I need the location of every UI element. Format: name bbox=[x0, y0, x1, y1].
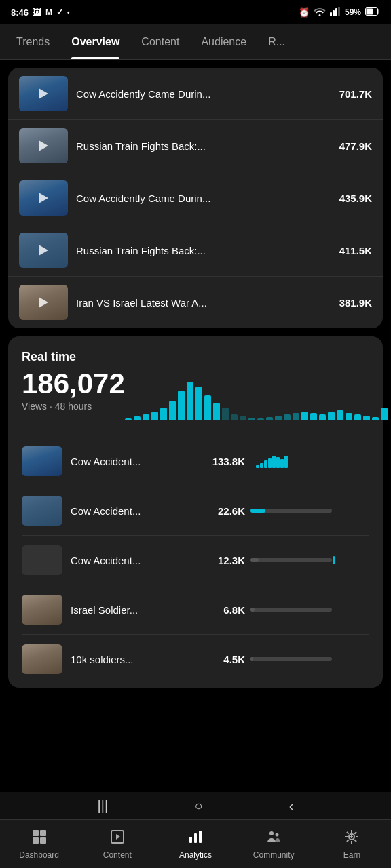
battery-text: 59% bbox=[345, 7, 361, 17]
analytics-icon bbox=[187, 829, 204, 848]
gesture-back-icon: ‹ bbox=[289, 798, 294, 814]
rt-info-5: 10k soldiers... bbox=[62, 654, 198, 665]
svg-rect-8 bbox=[40, 830, 46, 836]
community-icon bbox=[265, 829, 282, 848]
nav-item-content[interactable]: Content bbox=[78, 820, 156, 868]
video-item-3[interactable]: Cow Accidently Came Durin... 435.9K bbox=[8, 172, 383, 224]
rt-bar-track-4 bbox=[250, 608, 332, 612]
nav-item-dashboard[interactable]: Dashboard bbox=[0, 820, 78, 868]
rt-item-1[interactable]: Cow Accident... 133.8K bbox=[22, 437, 369, 486]
chart-bar-26 bbox=[354, 414, 361, 420]
chart-bar-1 bbox=[134, 416, 141, 420]
rt-title-4: Israel Soldier... bbox=[71, 604, 189, 616]
rt-item-5[interactable]: 10k soldiers... 4.5K bbox=[22, 635, 369, 688]
rt-info-4: Israel Soldier... bbox=[62, 604, 198, 616]
svg-rect-5 bbox=[378, 9, 379, 14]
chart-bar-20 bbox=[301, 412, 308, 420]
svg-rect-3 bbox=[338, 7, 340, 16]
video-info-2: Russian Train Fights Back:... bbox=[68, 140, 339, 152]
video-title-2: Russian Train Fights Back:... bbox=[76, 140, 331, 152]
mini-bar-6 bbox=[280, 459, 284, 469]
chart-bar-21 bbox=[310, 413, 317, 420]
video-item-1[interactable]: Cow Accidently Came Durin... 701.7K bbox=[8, 68, 383, 120]
video-thumb-3 bbox=[19, 180, 68, 216]
realtime-header: Real time 186,072 Views · 48 hours bbox=[22, 350, 369, 420]
rt-info-3: Cow Accident... bbox=[62, 555, 198, 566]
rt-thumb-4 bbox=[22, 595, 62, 625]
video-thumb-4 bbox=[19, 233, 68, 268]
video-thumb-1 bbox=[19, 76, 68, 111]
video-views-5: 381.9K bbox=[339, 297, 372, 309]
svg-rect-10 bbox=[40, 837, 46, 844]
dot-icon: • bbox=[67, 9, 70, 16]
mini-bar-4 bbox=[272, 456, 276, 468]
rt-bar-fill-4 bbox=[250, 608, 255, 612]
nav-item-earn[interactable]: Earn bbox=[313, 820, 391, 868]
play-icon-1 bbox=[39, 88, 48, 99]
top-nav: Trends Overview Content Audience R... bbox=[0, 24, 391, 60]
video-info-4: Russian Train Fights Back:... bbox=[68, 245, 339, 256]
video-thumb-2 bbox=[19, 128, 68, 163]
chart-bar-4 bbox=[160, 408, 167, 420]
rt-thumb-3 bbox=[22, 545, 62, 575]
rt-views-5: 4.5K bbox=[198, 654, 245, 665]
video-title-5: Iran VS Israel Latest War A... bbox=[76, 297, 331, 309]
signal-icon bbox=[330, 7, 341, 18]
chart-bar-12 bbox=[231, 414, 238, 420]
nav-item-community[interactable]: Community bbox=[235, 820, 313, 868]
rt-item-4[interactable]: Israel Soldier... 6.8K bbox=[22, 585, 369, 635]
rt-title-2: Cow Accident... bbox=[71, 505, 189, 517]
earn-icon bbox=[343, 829, 360, 848]
play-icon-3 bbox=[39, 193, 48, 203]
rt-item-2[interactable]: Cow Accident... 22.6K bbox=[22, 486, 369, 536]
chart-bar-5 bbox=[169, 401, 176, 420]
rt-item-3[interactable]: Cow Accident... 12.3K bbox=[22, 536, 369, 585]
rt-bar-5 bbox=[245, 657, 369, 661]
realtime-title: Real time bbox=[22, 350, 125, 364]
video-title-4: Russian Train Fights Back:... bbox=[76, 245, 331, 256]
video-views-2: 477.9K bbox=[339, 140, 372, 152]
svg-rect-7 bbox=[33, 830, 39, 836]
video-item-4[interactable]: Russian Train Fights Back:... 411.5K bbox=[8, 224, 383, 277]
main-content: Cow Accidently Came Durin... 701.7K Russ… bbox=[0, 68, 391, 777]
nav-item-analytics[interactable]: Analytics bbox=[156, 820, 234, 868]
chart-bar-23 bbox=[328, 412, 335, 420]
svg-rect-13 bbox=[189, 837, 192, 843]
rt-title-1: Cow Accident... bbox=[71, 456, 189, 467]
battery-icon bbox=[365, 7, 380, 18]
dashboard-icon bbox=[31, 829, 48, 848]
tab-trends[interactable]: Trends bbox=[5, 25, 60, 59]
chart-bar-24 bbox=[337, 410, 343, 420]
tab-revenue[interactable]: R... bbox=[257, 25, 296, 59]
svg-marker-12 bbox=[116, 834, 120, 840]
rt-mini-chart-1 bbox=[256, 454, 288, 468]
nav-label-earn: Earn bbox=[343, 850, 360, 860]
tab-content[interactable]: Content bbox=[130, 25, 190, 59]
chart-bar-8 bbox=[196, 387, 202, 420]
chart-bar-22 bbox=[319, 414, 326, 420]
chart-bar-16 bbox=[266, 417, 273, 420]
video-item-5[interactable]: Iran VS Israel Latest War A... 381.9K bbox=[8, 277, 383, 328]
svg-rect-14 bbox=[194, 833, 197, 843]
mini-bar-0 bbox=[256, 465, 259, 468]
rt-thumb-1 bbox=[22, 446, 62, 476]
video-views-4: 411.5K bbox=[339, 245, 372, 256]
content-icon bbox=[109, 829, 126, 848]
rt-bar-fill-3 bbox=[250, 558, 259, 562]
rt-thumb-5 bbox=[22, 644, 62, 674]
rt-bar-1 bbox=[245, 454, 369, 468]
rt-bar-fill-5 bbox=[250, 657, 253, 661]
chart-bar-3 bbox=[151, 412, 158, 420]
chart-bar-11 bbox=[222, 408, 229, 420]
video-item-2[interactable]: Russian Train Fights Back:... 477.9K bbox=[8, 120, 383, 172]
tab-audience[interactable]: Audience bbox=[190, 25, 257, 59]
rt-views-3: 12.3K bbox=[198, 555, 245, 566]
video-info-3: Cow Accidently Came Durin... bbox=[68, 193, 339, 204]
video-info-1: Cow Accidently Came Durin... bbox=[68, 88, 339, 100]
tab-overview[interactable]: Overview bbox=[60, 25, 130, 59]
status-left: 8:46 🖼 M ✓ • bbox=[11, 7, 70, 18]
play-icon-2 bbox=[39, 140, 48, 151]
rt-bar-3 bbox=[245, 558, 369, 562]
realtime-left: Real time 186,072 Views · 48 hours bbox=[22, 350, 125, 420]
realtime-subtitle: Views · 48 hours bbox=[22, 401, 125, 412]
